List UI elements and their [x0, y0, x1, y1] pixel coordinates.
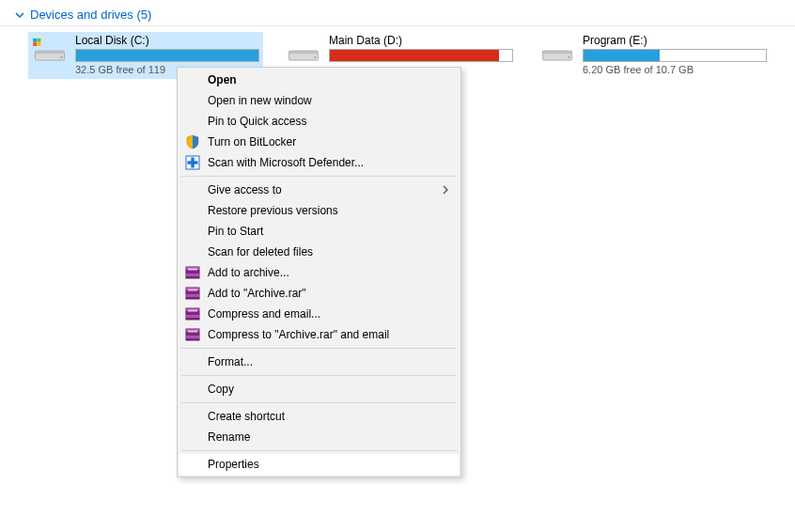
drive-name: Main Data (D:) — [329, 34, 513, 47]
drive-usage-bar — [75, 49, 259, 62]
menu-item[interactable]: Give access to — [179, 180, 459, 200]
svg-point-6 — [60, 56, 62, 58]
bitlocker-icon — [185, 134, 200, 149]
section-title: Devices and drives (5) — [30, 8, 151, 22]
menu-item[interactable]: Pin to Quick access — [179, 111, 459, 132]
drive-usage-bar — [583, 49, 767, 62]
menu-item[interactable]: Add to archive... — [179, 262, 459, 283]
menu-item-label: Add to archive... — [208, 266, 289, 279]
menu-item[interactable]: Open in new window — [179, 90, 459, 111]
menu-item[interactable]: Create shortcut — [179, 406, 459, 427]
svg-rect-11 — [542, 51, 571, 54]
menu-separator — [181, 402, 457, 403]
rar-icon — [185, 286, 200, 301]
svg-rect-15 — [188, 161, 198, 164]
rar-icon — [185, 306, 200, 321]
rar-icon — [185, 265, 200, 280]
menu-item-label: Properties — [208, 458, 259, 471]
svg-rect-18 — [186, 274, 199, 276]
context-menu: OpenOpen in new windowPin to Quick acces… — [177, 67, 461, 477]
svg-point-9 — [314, 56, 316, 58]
menu-item-label: Pin to Start — [208, 225, 263, 238]
svg-rect-30 — [186, 336, 199, 338]
drive-item[interactable]: Main Data (D:) — [282, 32, 517, 68]
drive-icon — [32, 38, 68, 64]
menu-separator — [181, 375, 457, 376]
menu-separator — [181, 176, 457, 177]
svg-rect-26 — [186, 315, 199, 318]
menu-item[interactable]: Turn on BitLocker — [179, 132, 459, 152]
menu-item-label: Scan with Microsoft Defender... — [208, 156, 364, 169]
menu-item-label: Compress and email... — [208, 307, 320, 321]
menu-item-label: Copy — [208, 383, 234, 396]
menu-item[interactable]: Pin to Start — [179, 221, 459, 242]
svg-rect-8 — [288, 51, 318, 54]
menu-separator — [181, 450, 457, 451]
svg-rect-3 — [37, 42, 40, 46]
svg-rect-27 — [188, 310, 197, 312]
defender-icon — [185, 155, 200, 170]
menu-item-label: Restore previous versions — [208, 204, 338, 217]
drive-name: Program (E:) — [583, 34, 767, 47]
menu-separator — [181, 348, 457, 349]
svg-rect-22 — [186, 294, 199, 297]
menu-item-label: Add to "Archive.rar" — [208, 287, 306, 300]
svg-rect-23 — [188, 289, 197, 291]
section-header-devices[interactable]: Devices and drives (5) — [0, 0, 795, 26]
svg-rect-1 — [37, 39, 40, 42]
svg-rect-2 — [33, 42, 37, 46]
menu-item[interactable]: Rename — [179, 427, 459, 447]
menu-item[interactable]: Copy — [179, 379, 459, 399]
drive-item[interactable]: Program (E:)6.20 GB free of 10.7 GB — [536, 32, 771, 79]
svg-rect-19 — [188, 269, 197, 271]
drive-icon — [286, 38, 321, 64]
menu-item-label: Compress to "Archive.rar" and email — [208, 328, 389, 341]
chevron-down-icon — [15, 10, 24, 20]
menu-item[interactable]: Compress and email... — [179, 304, 459, 324]
menu-item[interactable]: Open — [179, 70, 459, 90]
drive-info: Program (E:)6.20 GB free of 10.7 GB — [583, 34, 767, 75]
svg-point-12 — [568, 56, 569, 58]
menu-item-label: Turn on BitLocker — [208, 135, 296, 149]
drive-info: Main Data (D:) — [329, 34, 513, 64]
menu-item[interactable]: Compress to "Archive.rar" and email — [179, 324, 459, 345]
svg-rect-5 — [35, 51, 64, 54]
menu-item-label: Format... — [208, 355, 253, 368]
menu-item-label: Rename — [208, 430, 250, 444]
drive-icon — [539, 38, 575, 64]
drive-usage-bar — [329, 49, 513, 62]
menu-item[interactable]: Properties — [179, 454, 459, 475]
menu-item-label: Give access to — [208, 183, 282, 196]
rar-icon — [185, 327, 200, 342]
menu-item-label: Create shortcut — [208, 410, 285, 423]
menu-item-label: Open in new window — [208, 94, 312, 107]
menu-item[interactable]: Add to "Archive.rar" — [179, 283, 459, 304]
submenu-arrow-icon — [442, 184, 449, 196]
drive-free-text: 6.20 GB free of 10.7 GB — [583, 64, 767, 75]
drive-name: Local Disk (C:) — [75, 34, 259, 47]
menu-item[interactable]: Format... — [179, 352, 459, 372]
svg-rect-31 — [188, 331, 197, 333]
menu-item-label: Pin to Quick access — [208, 115, 306, 128]
svg-rect-0 — [33, 39, 37, 42]
menu-item[interactable]: Scan for deleted files — [179, 242, 459, 262]
menu-item[interactable]: Scan with Microsoft Defender... — [179, 152, 459, 173]
menu-item-label: Scan for deleted files — [208, 245, 313, 258]
menu-item[interactable]: Restore previous versions — [179, 200, 459, 221]
menu-item-label: Open — [208, 73, 237, 86]
